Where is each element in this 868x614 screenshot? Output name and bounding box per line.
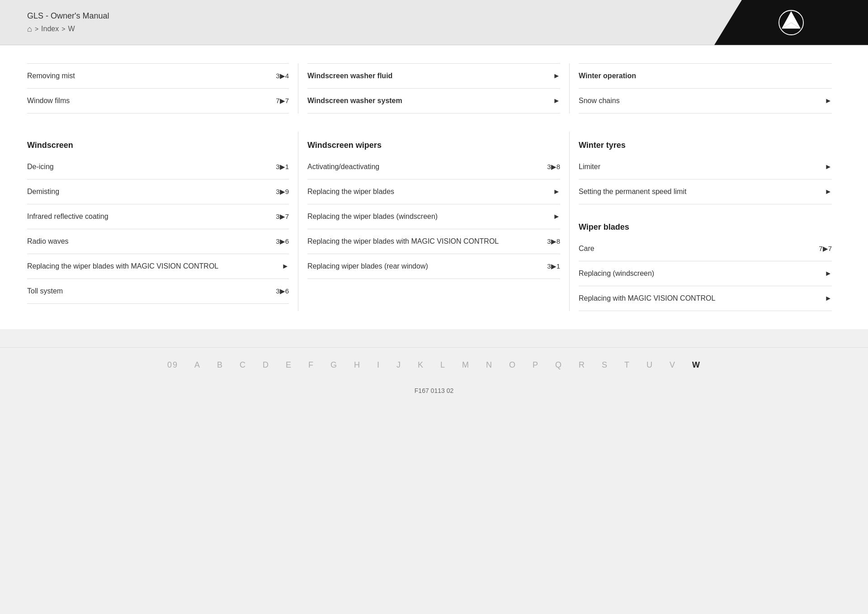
breadcrumb-index[interactable]: Index (41, 25, 59, 33)
winter-tyres-heading: Winter tyres (579, 132, 832, 155)
entry-text: Demisting (27, 188, 276, 196)
top-entries: Removing mist 3▶4 Window films 7▶7 Winds… (27, 63, 841, 113)
alpha-l[interactable]: L (432, 357, 454, 373)
entry-text: Toll system (27, 287, 276, 295)
alpha-v[interactable]: V (661, 357, 684, 373)
alpha-h[interactable]: H (346, 357, 369, 373)
alpha-t[interactable]: T (616, 357, 638, 373)
link-arrow-icon: ► (825, 97, 832, 105)
breadcrumb-sep1: > (35, 25, 38, 33)
main-content: Removing mist 3▶4 Window films 7▶7 Winds… (0, 45, 868, 329)
entry-text: Snow chains (579, 97, 825, 105)
entry-page: ► (825, 294, 832, 302)
entry-page: 3▶4 (276, 72, 289, 80)
entry-replacing-magic-wipers[interactable]: Replacing the wiper blades with MAGIC VI… (307, 229, 560, 254)
link-arrow-icon: ► (282, 262, 289, 270)
entry-radio-waves[interactable]: Radio waves 3▶6 (27, 229, 289, 254)
windscreen-heading: Windscreen (27, 132, 289, 155)
alpha-i[interactable]: I (369, 357, 388, 373)
entry-text: Removing mist (27, 72, 276, 80)
entry-text: Replacing (windscreen) (579, 269, 825, 278)
header-left: GLS - Owner's Manual ⌂ > Index > W (0, 6, 137, 39)
entry-page: 3▶1 (276, 163, 289, 171)
entry-replacing-blades[interactable]: Replacing the wiper blades ► (307, 179, 560, 204)
alpha-s[interactable]: S (594, 357, 616, 373)
alpha-j[interactable]: J (388, 357, 410, 373)
entry-text: Limiter (579, 163, 825, 171)
alpha-09[interactable]: 09 (159, 357, 186, 373)
top-col-2: Windscreen washer fluid ► Windscreen was… (298, 63, 570, 113)
entry-page: ► (553, 188, 560, 196)
alpha-r[interactable]: R (571, 357, 594, 373)
alpha-e[interactable]: E (278, 357, 300, 373)
entry-page: ► (553, 72, 560, 80)
entry-page: 3▶6 (276, 287, 289, 295)
alpha-u[interactable]: U (638, 357, 661, 373)
entry-replacing-blades-windscreen[interactable]: Replacing the wiper blades (windscreen) … (307, 204, 560, 229)
entry-replacing-rear[interactable]: Replacing wiper blades (rear window) 3▶1 (307, 254, 560, 279)
entry-text: Care (579, 245, 819, 253)
link-arrow-icon: ► (553, 188, 560, 196)
entry-text: Setting the permanent speed limit (579, 188, 825, 196)
alpha-f[interactable]: F (300, 357, 322, 373)
entry-page: 3▶8 (547, 237, 560, 246)
breadcrumb-sep2: > (61, 25, 65, 33)
entry-page: ► (553, 97, 560, 105)
entry-winter-operation[interactable]: Winter operation (579, 63, 832, 89)
alpha-o[interactable]: O (501, 357, 524, 373)
entry-removing-mist[interactable]: Removing mist 3▶4 (27, 63, 289, 89)
breadcrumb: ⌂ > Index > W (27, 24, 109, 34)
entry-page: ► (825, 163, 832, 171)
alpha-p[interactable]: P (524, 357, 547, 373)
entry-toll-system[interactable]: Toll system 3▶6 (27, 279, 289, 304)
wipers-heading: Windscreen wipers (307, 132, 560, 155)
entry-page: 7▶7 (276, 97, 289, 105)
entry-page: 7▶7 (819, 245, 832, 253)
entry-text: Infrared reflective coating (27, 213, 276, 221)
entry-text: Winter operation (579, 72, 832, 80)
entry-page: ► (825, 269, 832, 278)
top-col-3: Winter operation Snow chains ► (570, 63, 841, 113)
entry-washer-fluid[interactable]: Windscreen washer fluid ► (307, 63, 560, 89)
alpha-w[interactable]: W (684, 357, 709, 373)
alpha-c[interactable]: C (231, 357, 255, 373)
alpha-n[interactable]: N (478, 357, 501, 373)
entry-limiter[interactable]: Limiter ► (579, 155, 832, 179)
entry-activating[interactable]: Activating/deactivating 3▶8 (307, 155, 560, 179)
alpha-b[interactable]: B (209, 357, 231, 373)
link-arrow-icon: ► (825, 188, 832, 196)
entry-demisting[interactable]: Demisting 3▶9 (27, 179, 289, 204)
alpha-q[interactable]: Q (547, 357, 571, 373)
alpha-d[interactable]: D (255, 357, 278, 373)
entry-de-icing[interactable]: De-icing 3▶1 (27, 155, 289, 179)
link-arrow-icon: ► (553, 97, 560, 105)
entry-text: Window films (27, 97, 276, 105)
entry-page: 3▶8 (547, 163, 560, 171)
entry-text: Activating/deactivating (307, 163, 547, 171)
entry-text: Replacing the wiper blades with MAGIC VI… (27, 262, 282, 270)
entry-window-films[interactable]: Window films 7▶7 (27, 89, 289, 113)
entry-page: ► (825, 97, 832, 105)
entry-care[interactable]: Care 7▶7 (579, 236, 832, 261)
alpha-g[interactable]: G (322, 357, 346, 373)
alpha-m[interactable]: M (454, 357, 478, 373)
winter-column: Winter tyres Limiter ► Setting the perma… (570, 132, 841, 311)
entry-text: Replacing the wiper blades (307, 188, 553, 196)
link-arrow-icon: ► (825, 294, 832, 302)
entry-speed-limit[interactable]: Setting the permanent speed limit ► (579, 179, 832, 204)
alpha-k[interactable]: K (410, 357, 432, 373)
wiper-blades-heading: Wiper blades (579, 213, 832, 236)
entry-snow-chains[interactable]: Snow chains ► (579, 89, 832, 113)
entry-page: 3▶6 (276, 237, 289, 246)
entry-washer-system[interactable]: Windscreen washer system ► (307, 89, 560, 113)
entry-page: ► (825, 188, 832, 196)
entry-replacing-magic-vision[interactable]: Replacing the wiper blades with MAGIC VI… (27, 254, 289, 279)
entry-infrared-coating[interactable]: Infrared reflective coating 3▶7 (27, 204, 289, 229)
entry-replacing-magic-vision-control[interactable]: Replacing with MAGIC VISION CONTROL ► (579, 286, 832, 311)
top-col-1: Removing mist 3▶4 Window films 7▶7 (27, 63, 298, 113)
alpha-a[interactable]: A (186, 357, 209, 373)
home-icon[interactable]: ⌂ (27, 24, 32, 34)
breadcrumb-current: W (68, 25, 75, 33)
entry-replacing-windscreen[interactable]: Replacing (windscreen) ► (579, 261, 832, 286)
entry-page: 3▶1 (547, 262, 560, 270)
